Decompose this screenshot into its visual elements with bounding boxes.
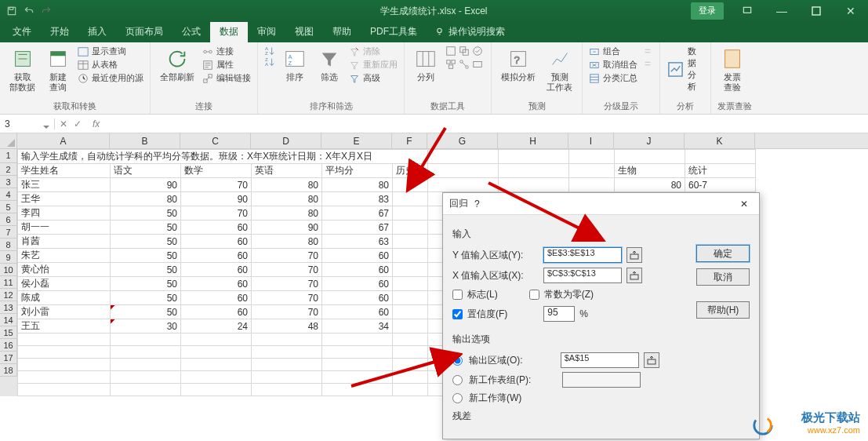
cell-F3[interactable]: [393, 178, 428, 192]
cell-C12[interactable]: 60: [181, 305, 252, 319]
cell-B13[interactable]: 30: [111, 319, 181, 333]
flash-fill-icon[interactable]: [445, 46, 456, 56]
cell-C17[interactable]: [181, 371, 252, 384]
text-to-columns-button[interactable]: 分列: [411, 46, 441, 84]
cell-B18[interactable]: [111, 384, 181, 396]
output-range-picker-icon[interactable]: [644, 352, 659, 368]
cell-B9[interactable]: 50: [111, 263, 181, 277]
cell-F6[interactable]: [393, 220, 428, 235]
output-range-radio[interactable]: 输出区域(O): $A$15: [452, 352, 750, 368]
cell-B6[interactable]: 50: [111, 220, 181, 235]
cell-E17[interactable]: [322, 371, 393, 384]
cell-A14[interactable]: [18, 333, 111, 346]
tab-formulas[interactable]: 公式: [173, 21, 210, 42]
relationships-icon[interactable]: [459, 59, 470, 70]
cell-A2[interactable]: 学生姓名: [18, 164, 111, 178]
row-header-1[interactable]: 1: [0, 149, 17, 163]
cell-K3[interactable]: 60-7: [685, 178, 756, 192]
dialog-titlebar[interactable]: 回归 ? ✕: [443, 193, 759, 215]
cell-B14[interactable]: [111, 333, 181, 346]
col-header-A[interactable]: A: [17, 133, 110, 148]
tab-data[interactable]: 数据: [210, 21, 248, 42]
undo-icon[interactable]: [24, 5, 35, 16]
cell-D10[interactable]: 70: [252, 277, 322, 291]
cell-D2[interactable]: 英语: [252, 164, 322, 178]
cell-F17[interactable]: [393, 371, 428, 384]
cell-B10[interactable]: 50: [111, 277, 181, 291]
cell-F7[interactable]: [393, 235, 428, 249]
col-header-F[interactable]: F: [392, 133, 427, 148]
cancel-formula-icon[interactable]: ✕: [60, 118, 67, 129]
cell-C14[interactable]: [181, 333, 252, 346]
remove-dup-icon[interactable]: [459, 46, 470, 56]
sort-desc-button[interactable]: ZA: [264, 56, 275, 67]
properties-button[interactable]: 属性: [202, 59, 251, 71]
recent-sources-button[interactable]: 最近使用的源: [78, 72, 143, 84]
row-header-14[interactable]: 14: [0, 314, 17, 326]
cell-E4[interactable]: 83: [322, 192, 393, 206]
cell-F15[interactable]: [393, 346, 428, 359]
cell-B11[interactable]: 50: [111, 291, 181, 305]
row-header-4[interactable]: 4: [0, 188, 17, 201]
cell-B3[interactable]: 90: [111, 178, 181, 192]
cell-C18[interactable]: [181, 384, 252, 396]
cell-F5[interactable]: [393, 206, 428, 220]
cell-D3[interactable]: 80: [252, 178, 322, 192]
cell-F11[interactable]: [393, 291, 428, 305]
cancel-button[interactable]: 取消: [696, 268, 750, 286]
cell-C10[interactable]: 60: [181, 277, 252, 291]
cell-F16[interactable]: [393, 359, 428, 371]
col-header-K[interactable]: K: [685, 133, 755, 148]
cell-K2[interactable]: 统计: [685, 164, 756, 178]
confidence-checkbox[interactable]: 置信度(F): [452, 308, 507, 321]
cell-F18[interactable]: [393, 384, 428, 396]
cell-A13[interactable]: 王五: [18, 319, 111, 333]
cell-F8[interactable]: [393, 249, 428, 263]
cell-F2[interactable]: 历史: [393, 164, 428, 178]
cell-A17[interactable]: [18, 371, 111, 384]
invoice-check-button[interactable]: 发票 查验: [717, 46, 747, 94]
cell-A1[interactable]: 输入学生成绩，自动统计学科的平均分等数据。班级：X年X班统计日期：X年X月X日: [18, 150, 428, 164]
cell-E8[interactable]: 60: [322, 249, 393, 263]
cell-E12[interactable]: 60: [322, 305, 393, 319]
cell-B8[interactable]: 50: [111, 249, 181, 263]
close-icon[interactable]: ✕: [833, 0, 868, 22]
cell-C4[interactable]: 90: [181, 192, 252, 206]
row-header-3[interactable]: 3: [0, 176, 17, 188]
cell-F9[interactable]: [393, 263, 428, 277]
new-query-button[interactable]: 新建 查询: [43, 46, 73, 94]
forecast-sheet-button[interactable]: 预测 工作表: [543, 46, 576, 94]
cell-E5[interactable]: 67: [322, 206, 393, 220]
row-header-18[interactable]: 18: [0, 364, 17, 377]
get-data-button[interactable]: 获取 部数据: [6, 46, 38, 94]
cell-C16[interactable]: [181, 359, 252, 371]
tab-view[interactable]: 视图: [285, 21, 323, 42]
col-header-G[interactable]: G: [427, 133, 498, 148]
row-header-11[interactable]: 11: [0, 276, 17, 289]
sort-asc-button[interactable]: AZ: [264, 46, 275, 56]
cell-A6[interactable]: 胡一一: [18, 220, 111, 235]
cell-C13[interactable]: 24: [181, 319, 252, 333]
cell-A18[interactable]: [18, 384, 111, 396]
cell-A16[interactable]: [18, 359, 111, 371]
cell-B4[interactable]: 80: [111, 192, 181, 206]
row-header-16[interactable]: 16: [0, 339, 17, 352]
save-icon[interactable]: [6, 5, 17, 16]
cell-E11[interactable]: 60: [322, 291, 393, 305]
ok-button[interactable]: 确定: [696, 245, 750, 262]
login-button[interactable]: 登录: [691, 2, 724, 20]
cell-E7[interactable]: 63: [322, 235, 393, 249]
cell-C2[interactable]: 数学: [181, 164, 252, 178]
x-range-picker-icon[interactable]: [626, 268, 642, 283]
cell-H1[interactable]: [499, 150, 569, 164]
new-worksheet-radio[interactable]: 新工作表组(P):: [452, 372, 750, 388]
row-header-9[interactable]: 9: [0, 251, 17, 264]
filter-button[interactable]: 筛选: [314, 46, 344, 84]
row-header-6[interactable]: 6: [0, 213, 17, 226]
from-table-button[interactable]: 从表格: [78, 59, 143, 71]
tab-review[interactable]: 审阅: [248, 21, 285, 42]
cell-F10[interactable]: [393, 277, 428, 291]
sort-button[interactable]: AZ 排序: [280, 46, 310, 84]
cell-C5[interactable]: 70: [181, 206, 252, 220]
cell-B15[interactable]: [111, 346, 181, 359]
